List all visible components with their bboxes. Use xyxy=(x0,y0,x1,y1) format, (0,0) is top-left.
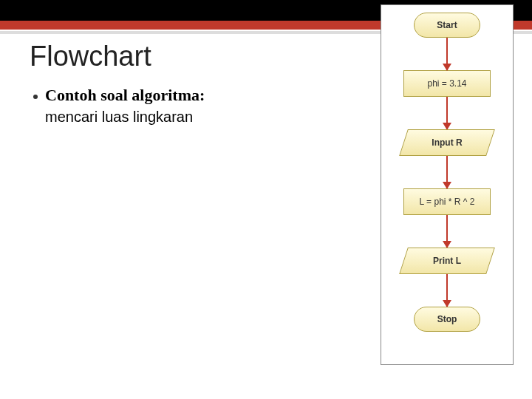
flowchart-start: Start xyxy=(414,13,480,38)
arrow-down-icon xyxy=(446,215,448,248)
flowchart-process-l: L = phi * R ^ 2 xyxy=(403,188,491,215)
bullet-subhead: Contoh soal algoritma: xyxy=(45,86,205,104)
flowchart-output-label: Print L xyxy=(403,248,491,274)
flowchart-input-r: Input R xyxy=(403,129,491,156)
flowchart-column: Start phi = 3.14 Input R L = phi * R ^ 2… xyxy=(381,13,513,332)
bullet-item: Contoh soal algoritma: mencari luas ling… xyxy=(33,85,329,127)
arrow-down-icon xyxy=(446,156,448,188)
bullet-list: Contoh soal algoritma: mencari luas ling… xyxy=(33,85,329,127)
flowchart-panel: Start phi = 3.14 Input R L = phi * R ^ 2… xyxy=(381,4,514,365)
page-title: Flowchart xyxy=(30,41,151,72)
bullet-text: Contoh soal algoritma: mencari luas ling… xyxy=(45,85,205,127)
bullet-dot-icon xyxy=(33,95,38,99)
arrow-down-icon xyxy=(446,38,448,70)
flowchart-stop: Stop xyxy=(414,307,480,332)
flowchart-output-l: Print L xyxy=(403,248,491,274)
flowchart-process-phi: phi = 3.14 xyxy=(403,70,491,97)
flowchart-input-label: Input R xyxy=(403,129,491,156)
slide: Flowchart Contoh soal algoritma: mencari… xyxy=(0,0,532,399)
bullet-desc: mencari luas lingkaran xyxy=(45,109,193,125)
arrow-down-icon xyxy=(446,97,448,129)
arrow-down-icon xyxy=(446,274,448,307)
